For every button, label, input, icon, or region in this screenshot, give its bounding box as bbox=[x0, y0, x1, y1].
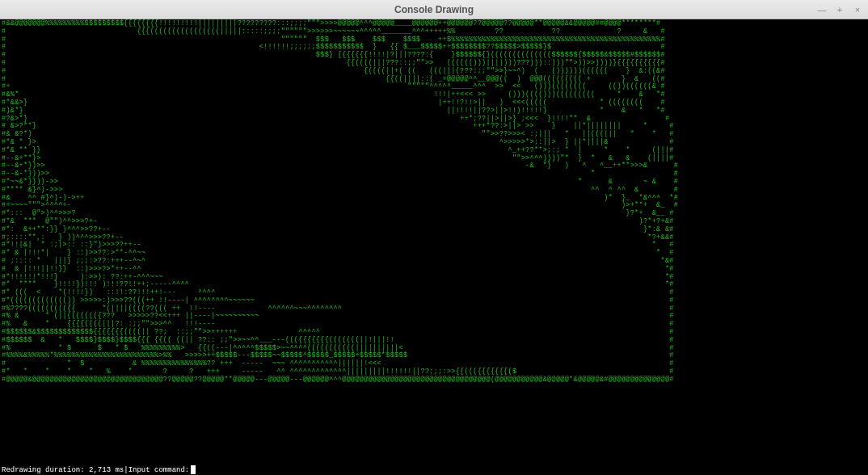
input-cursor[interactable] bbox=[191, 465, 196, 474]
status-bar: Redrawing duration: 2,713 ms | Input com… bbox=[0, 464, 868, 475]
window-controls: — + × bbox=[815, 3, 865, 16]
maximize-button[interactable]: + bbox=[832, 3, 847, 16]
terminal-output: #&&@@@@@@@%%%%%%%%%$$$$$$$$${{{{{{{{!!!!… bbox=[0, 19, 868, 464]
app-window: Console Drawing — + × #&&@@@@@@@%%%%%%%%… bbox=[0, 0, 868, 475]
minimize-button[interactable]: — bbox=[815, 3, 829, 16]
window-title: Console Drawing bbox=[394, 4, 474, 15]
redraw-value: 2,713 ms bbox=[89, 466, 124, 474]
titlebar[interactable]: Console Drawing — + × bbox=[0, 0, 868, 19]
close-button[interactable]: × bbox=[850, 3, 865, 16]
input-label: Input command: bbox=[129, 466, 190, 474]
redraw-label: Redrawing duration: bbox=[2, 466, 85, 474]
